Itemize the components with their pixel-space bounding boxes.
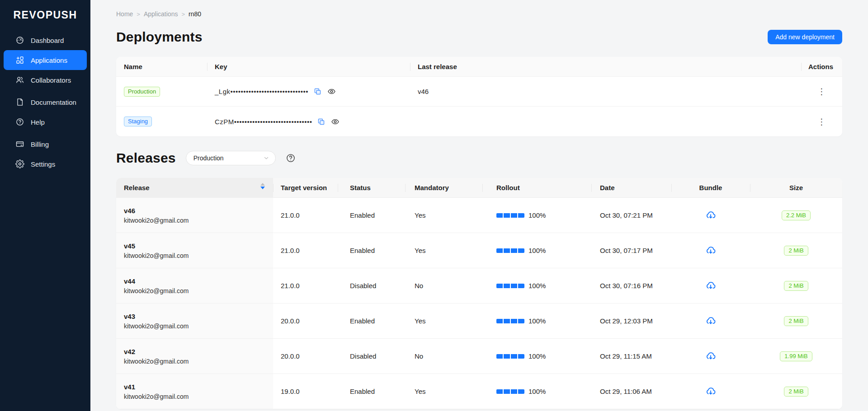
breadcrumb-applications[interactable]: Applications: [144, 10, 178, 18]
sidebar-item-help[interactable]: Help: [4, 112, 87, 132]
release-version: v44: [124, 277, 135, 285]
app-logo: REVOPUSH: [0, 8, 90, 22]
show-key-eye-icon[interactable]: [331, 117, 340, 126]
rollout-indicator: 100%: [496, 247, 546, 254]
rollout-percent: 100%: [528, 352, 546, 360]
copy-key-icon[interactable]: [317, 118, 325, 126]
column-divider: [338, 184, 338, 192]
release-mandatory: No: [405, 339, 482, 374]
download-bundle-icon[interactable]: [705, 280, 716, 291]
documentation-icon: [15, 98, 24, 107]
rollout-percent: 100%: [528, 282, 546, 290]
release-status: Enabled: [338, 198, 405, 233]
release-author-email: kitwooki2o@gmail.com: [124, 358, 189, 365]
release-row: v41 kitwooki2o@gmail.com 19.0.0 Enabled …: [116, 374, 842, 409]
billing-icon: [15, 140, 24, 149]
column-header-key: Key: [207, 57, 410, 77]
release-version: v46: [124, 207, 135, 215]
sidebar-item-label: Applications: [31, 56, 67, 64]
release-version: v41: [124, 383, 135, 391]
sidebar: REVOPUSH Dashboard Applications Collabor…: [0, 0, 90, 411]
column-divider: [591, 184, 592, 192]
add-new-deployment-button[interactable]: Add new deployment: [768, 30, 842, 44]
help-icon: [15, 117, 24, 126]
column-divider: [405, 184, 406, 192]
rollout-percent: 100%: [528, 317, 546, 325]
main-content: Home > Applications > rn80 Deployments A…: [90, 0, 868, 409]
applications-icon: [15, 56, 24, 65]
release-row: v45 kitwooki2o@gmail.com 21.0.0 Enabled …: [116, 233, 842, 268]
deployments-title: Deployments: [116, 29, 203, 45]
release-mandatory: No: [405, 268, 482, 303]
sort-icon[interactable]: [260, 183, 265, 189]
deployment-filter-value: Production: [193, 154, 224, 162]
column-divider: [207, 63, 208, 71]
release-version: v45: [124, 242, 135, 250]
sidebar-item-dashboard[interactable]: Dashboard: [4, 30, 87, 50]
column-divider: [671, 184, 672, 192]
column-header-last-release: Last release: [410, 57, 801, 77]
release-date: Oct 29, 11:06 AM: [591, 374, 671, 409]
release-mandatory: Yes: [405, 233, 482, 268]
rollout-indicator: 100%: [496, 352, 546, 360]
row-actions-menu-icon[interactable]: ⋮: [817, 117, 826, 126]
release-status: Enabled: [338, 304, 405, 338]
release-target-version: 21.0.0: [273, 233, 338, 268]
sidebar-item-label: Documentation: [31, 98, 76, 106]
release-version: v42: [124, 348, 135, 355]
release-date: Oct 29, 12:03 PM: [591, 304, 671, 338]
sidebar-item-documentation[interactable]: Documentation: [4, 92, 87, 112]
release-target-version: 21.0.0: [273, 198, 338, 233]
copy-key-icon[interactable]: [314, 88, 321, 95]
release-mandatory: Yes: [405, 374, 482, 409]
deployments-table: Name Key Last release Actions Production…: [116, 57, 842, 136]
sidebar-item-settings[interactable]: Settings: [4, 154, 87, 174]
deployment-row-production: Production _Lgk•••••••••••••••••••••••••…: [116, 77, 842, 107]
rollout-percent: 100%: [528, 388, 546, 395]
release-target-version: 21.0.0: [273, 268, 338, 303]
release-target-version: 20.0.0: [273, 339, 338, 374]
release-author-email: kitwooki2o@gmail.com: [124, 252, 189, 259]
column-header-rollout: Rollout: [482, 178, 591, 198]
rollout-indicator: 100%: [496, 211, 546, 219]
release-author-email: kitwooki2o@gmail.com: [124, 217, 189, 224]
column-divider: [482, 184, 483, 192]
sidebar-item-collaborators[interactable]: Collaborators: [4, 70, 87, 90]
release-author-email: kitwooki2o@gmail.com: [124, 322, 189, 330]
download-bundle-icon[interactable]: [705, 245, 716, 256]
breadcrumb-separator: >: [181, 11, 185, 18]
sidebar-item-applications[interactable]: Applications: [4, 50, 87, 70]
sidebar-item-billing[interactable]: Billing: [4, 134, 87, 154]
sidebar-item-label: Dashboard: [31, 37, 64, 44]
rollout-indicator: 100%: [496, 317, 546, 325]
download-bundle-icon[interactable]: [705, 316, 716, 327]
column-header-mandatory: Mandatory: [405, 178, 482, 198]
column-header-release[interactable]: Release: [116, 178, 273, 198]
sidebar-item-label: Settings: [31, 160, 55, 168]
release-status: Enabled: [338, 233, 405, 268]
column-header-date: Date: [591, 178, 671, 198]
row-actions-menu-icon[interactable]: ⋮: [817, 87, 826, 96]
sidebar-item-label: Collaborators: [31, 76, 71, 84]
release-date: Oct 30, 07:16 PM: [591, 268, 671, 303]
releases-table: Release Target version Status Mandatory …: [116, 178, 842, 409]
download-bundle-icon[interactable]: [705, 351, 716, 362]
breadcrumb-home[interactable]: Home: [116, 10, 133, 18]
column-header-status: Status: [338, 178, 405, 198]
release-mandatory: Yes: [405, 198, 482, 233]
settings-icon: [15, 159, 24, 168]
download-bundle-icon[interactable]: [705, 386, 716, 397]
release-row: v46 kitwooki2o@gmail.com 21.0.0 Enabled …: [116, 198, 842, 233]
bundle-size-badge: 1.99 MiB: [780, 351, 812, 361]
release-date: Oct 29, 11:15 AM: [591, 339, 671, 374]
show-key-eye-icon[interactable]: [327, 87, 336, 96]
rollout-bar: [496, 248, 524, 253]
download-bundle-icon[interactable]: [705, 210, 716, 221]
deployment-filter-select[interactable]: Production: [186, 151, 276, 165]
rollout-indicator: 100%: [496, 282, 546, 290]
dashboard-icon: [15, 36, 24, 45]
deployment-key: CzPM••••••••••••••••••••••••••••••: [215, 118, 312, 126]
releases-help-icon[interactable]: [286, 153, 296, 163]
rollout-percent: 100%: [528, 211, 546, 219]
breadcrumb-separator: >: [137, 11, 140, 18]
